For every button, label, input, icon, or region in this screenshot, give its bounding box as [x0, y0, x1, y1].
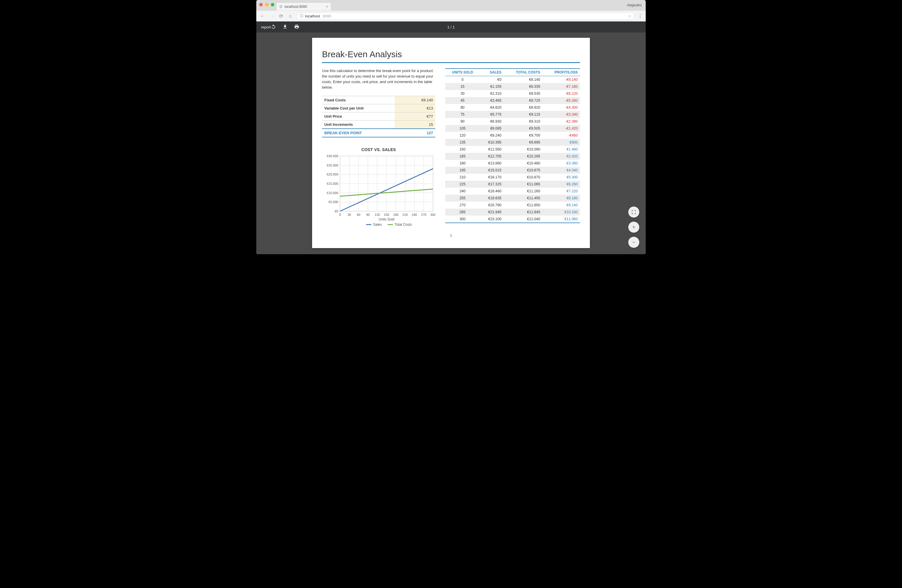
back-button[interactable]: ←: [259, 13, 266, 19]
cell-sales: €19.635: [480, 195, 504, 202]
cell-sales: €13.860: [480, 160, 504, 167]
zoom-in-button[interactable]: +: [628, 222, 639, 233]
cell-costs: €9.895: [504, 139, 543, 146]
cell-units: 300: [445, 216, 480, 223]
svg-text:150: 150: [384, 213, 389, 216]
cell-units: 135: [445, 139, 480, 146]
chart-title: COST VS. SALES: [322, 147, 435, 152]
data-table: UNITS SOLD SALES TOTAL COSTS PROFIT/LOSS…: [445, 68, 580, 223]
cell-pl: -€4.300: [543, 104, 580, 111]
inputs-table: Fixed Costs€8.140 Variable Cost per Unit…: [322, 96, 435, 138]
cell-units: 285: [445, 209, 480, 216]
pdf-page: Break-Even Analysis Use this calculator …: [312, 38, 590, 248]
cell-sales: €23.100: [480, 216, 504, 223]
cell-costs: €10.480: [504, 160, 543, 167]
forward-button[interactable]: →: [268, 13, 275, 19]
cell-pl: €2.420: [543, 153, 580, 160]
svg-text:€15.000: €15.000: [327, 182, 338, 185]
cell-sales: €3.465: [480, 97, 504, 104]
fit-page-button[interactable]: [628, 206, 639, 217]
svg-text:€10.000: €10.000: [327, 191, 338, 195]
bookmark-star-icon[interactable]: ☆: [628, 14, 631, 18]
pdf-page-scroll[interactable]: Break-Even Analysis Use this calculator …: [256, 33, 646, 254]
maximize-window-button[interactable]: [271, 3, 274, 6]
cell-pl: €4.340: [543, 167, 580, 174]
minimize-window-button[interactable]: [265, 3, 268, 6]
table-row: 285€21.945€11.845€10.100: [445, 209, 580, 216]
unit-price-label: Unit Price: [322, 113, 395, 120]
bep-value: 127: [395, 129, 435, 137]
cell-costs: €8.920: [504, 104, 543, 111]
svg-text:30: 30: [348, 213, 351, 216]
table-row: 120€9.240€9.700-€460: [445, 132, 580, 139]
address-bar[interactable]: ⓘ localhost:8080 ☆: [296, 12, 635, 20]
cell-pl: -€5.260: [543, 97, 580, 104]
rotate-icon[interactable]: [271, 24, 276, 30]
close-tab-button[interactable]: ×: [326, 5, 328, 9]
cell-units: 0: [445, 76, 480, 83]
cell-sales: €20.790: [480, 202, 504, 209]
home-button[interactable]: ⌂: [287, 13, 293, 19]
window-controls: [259, 3, 274, 6]
cell-costs: €9.310: [504, 118, 543, 125]
bep-label: BREAK-EVEN POINT: [322, 129, 395, 137]
cell-pl: €500: [543, 139, 580, 146]
cell-sales: €8.085: [480, 125, 504, 132]
reload-button[interactable]: ⟳: [278, 13, 284, 19]
svg-text:0: 0: [339, 213, 341, 216]
cell-costs: €10.870: [504, 174, 543, 181]
table-row: 300€23.100€12.040€11.060: [445, 216, 580, 223]
svg-text:Sales: Sales: [373, 222, 382, 226]
cell-sales: €4.620: [480, 104, 504, 111]
table-row: 45€3.465€8.725-€5.260: [445, 97, 580, 104]
table-row: 90€6.930€9.310-€2.380: [445, 118, 580, 125]
cell-sales: €9.240: [480, 132, 504, 139]
browser-menu-button[interactable]: ⋮: [637, 13, 643, 19]
table-row: 165€12.705€10.285€2.420: [445, 153, 580, 160]
table-row: 180€13.860€10.480€3.380: [445, 160, 580, 167]
cell-pl: -€8.140: [543, 76, 580, 83]
cell-pl: -€7.180: [543, 83, 580, 90]
close-window-button[interactable]: [259, 3, 263, 6]
cell-pl: €10.100: [543, 209, 580, 216]
cell-units: 240: [445, 188, 480, 195]
cell-sales: €6.930: [480, 118, 504, 125]
table-row: 210€16.170€10.870€5.300: [445, 174, 580, 181]
svg-text:300: 300: [431, 213, 435, 216]
cell-pl: -€2.380: [543, 118, 580, 125]
url-host: localhost: [305, 14, 320, 18]
cell-costs: €8.140: [504, 76, 543, 83]
svg-text:270: 270: [421, 213, 426, 216]
print-icon[interactable]: [294, 24, 299, 30]
zoom-out-button[interactable]: −: [628, 237, 639, 248]
svg-text:120: 120: [374, 213, 380, 216]
download-icon[interactable]: [282, 24, 288, 30]
tab-title: localhost:8080: [285, 5, 307, 9]
cell-units: 225: [445, 181, 480, 188]
cell-costs: €10.675: [504, 167, 543, 174]
cell-costs: €11.455: [504, 195, 543, 202]
pdf-doc-name: report: [261, 25, 271, 29]
cell-units: 60: [445, 104, 480, 111]
cell-costs: €11.650: [504, 202, 543, 209]
svg-text:€0: €0: [335, 210, 338, 213]
svg-text:90: 90: [366, 213, 370, 216]
col-pl: PROFIT/LOSS: [543, 69, 580, 76]
cell-costs: €9.115: [504, 111, 543, 118]
svg-text:€5.000: €5.000: [328, 200, 338, 204]
cell-sales: €21.945: [480, 209, 504, 216]
page-indicator: 1 / 1: [447, 25, 454, 29]
cell-sales: €11.550: [480, 146, 504, 153]
cell-sales: €5.775: [480, 111, 504, 118]
table-row: 240€18.480€11.260€7.220: [445, 188, 580, 195]
variable-cost-label: Variable Cost per Unit: [322, 104, 395, 113]
profile-name[interactable]: Alejandro: [627, 3, 642, 7]
col-costs: TOTAL COSTS: [504, 69, 543, 76]
browser-tab[interactable]: 🗋 localhost:8080 ×: [276, 2, 331, 11]
col-sales: SALES: [480, 69, 504, 76]
table-row: 225€17.325€11.065€6.260: [445, 181, 580, 188]
cell-costs: €11.065: [504, 181, 543, 188]
cell-sales: €16.170: [480, 174, 504, 181]
zoom-controls: + −: [628, 206, 639, 248]
svg-text:€30.000: €30.000: [327, 154, 338, 158]
